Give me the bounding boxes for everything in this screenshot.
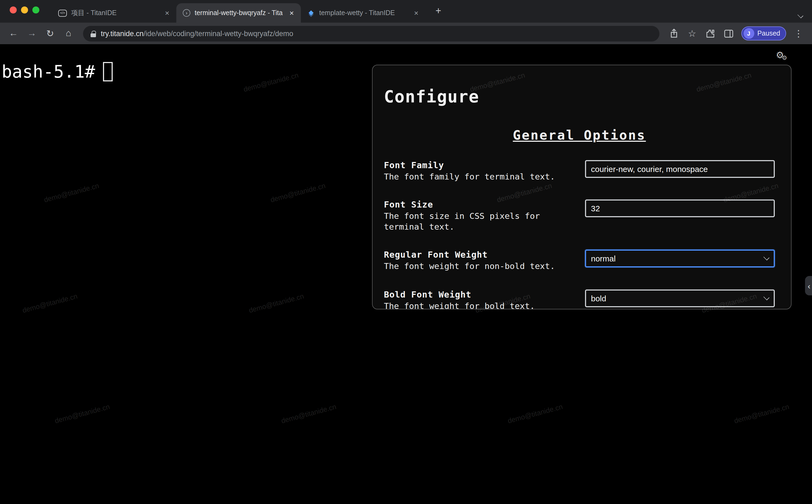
bookmark-star-icon[interactable]: ☆ — [684, 25, 700, 42]
panel-title: Configure — [384, 87, 775, 106]
tab-terminal-wetty[interactable]: terminal-wetty-bwqryafz - Tita × — [176, 3, 301, 23]
field-text: Font Family The font family for terminal… — [384, 160, 585, 182]
field-description: The font size in CSS pixels for terminal… — [384, 212, 572, 233]
regular-font-weight-select[interactable]: normal — [585, 250, 775, 267]
close-icon[interactable]: × — [288, 9, 295, 17]
tabs: 项目 - TitanIDE × terminal-wetty-bwqryafz … — [52, 3, 446, 23]
fields: Font Family The font family for terminal… — [384, 160, 775, 309]
home-button[interactable]: ⌂ — [60, 25, 77, 42]
terminal-prompt: bash-5.1# — [2, 61, 113, 82]
tab-title: terminal-wetty-bwqryafz - Tita — [195, 9, 284, 17]
field-font-size: Font Size The font size in CSS pixels fo… — [384, 200, 775, 233]
terminal-cursor — [103, 62, 113, 81]
watermark-text: demo@titanide.cn — [22, 292, 78, 314]
field-font-family: Font Family The font family for terminal… — [384, 160, 775, 182]
reload-button[interactable]: ↻ — [42, 25, 58, 42]
forward-button[interactable]: → — [24, 25, 40, 42]
section-title: General Options — [384, 128, 775, 143]
code-badge-icon — [58, 9, 67, 16]
tab-template-wetty[interactable]: template-wetty - TitanIDE × — [301, 3, 425, 23]
close-icon[interactable]: × — [412, 9, 420, 17]
paused-status-label: Paused — [757, 30, 780, 37]
watermark-text: demo@titanide.cn — [243, 71, 300, 93]
chevron-down-icon — [763, 254, 769, 260]
tab-project[interactable]: 项目 - TitanIDE × — [52, 3, 176, 23]
side-panel-icon[interactable] — [721, 25, 737, 42]
gear-small-icon: ⚙ — [782, 54, 787, 61]
watermark-text: demo@titanide.cn — [248, 292, 305, 314]
watermark-text: demo@titanide.cn — [54, 402, 111, 425]
watermark-text: demo@titanide.cn — [270, 181, 326, 204]
browser-menu-icon[interactable]: ⋮ — [790, 25, 807, 42]
prompt-text: bash-5.1# — [2, 61, 95, 82]
tab-search-chevron-icon[interactable] — [797, 13, 804, 17]
close-window-button[interactable] — [10, 6, 17, 13]
tab-title: 项目 - TitanIDE — [71, 8, 159, 18]
url-host: try.titanide.cn — [101, 29, 144, 37]
close-icon[interactable]: × — [163, 9, 171, 17]
watermark-text: demo@titanide.cn — [280, 402, 337, 425]
url-text: try.titanide.cn/ide/web/coding/terminal-… — [101, 29, 293, 37]
watermark-text: demo@titanide.cn — [43, 181, 100, 204]
watermark-text: demo@titanide.cn — [507, 402, 564, 425]
zoom-window-button[interactable] — [32, 6, 39, 13]
lock-icon[interactable] — [91, 30, 96, 37]
toolbar: ← → ↻ ⌂ try.titanide.cn/ide/web/coding/t… — [0, 23, 812, 44]
selected-value: normal — [591, 254, 616, 263]
terminal-circle-icon — [183, 9, 190, 17]
browser-window: 项目 - TitanIDE × terminal-wetty-bwqryafz … — [0, 0, 812, 504]
address-bar[interactable]: try.titanide.cn/ide/web/coding/terminal-… — [83, 26, 659, 41]
avatar: J — [743, 28, 754, 39]
field-text: Font Size The font size in CSS pixels fo… — [384, 200, 585, 233]
field-regular-font-weight: Regular Font Weight The font weight for … — [384, 250, 775, 272]
layers-icon — [307, 9, 315, 17]
traffic-lights — [10, 6, 39, 13]
field-description: The font weight for bold text. — [384, 301, 572, 309]
field-control: normal — [585, 250, 775, 267]
font-size-input[interactable] — [585, 200, 775, 218]
field-control — [585, 200, 775, 218]
field-label: Font Family — [384, 160, 572, 170]
settings-gear-icon[interactable]: ⚙⚙ — [776, 50, 789, 60]
font-family-input[interactable] — [585, 160, 775, 178]
tab-strip: 项目 - TitanIDE × terminal-wetty-bwqryafz … — [0, 0, 812, 23]
terminal-page: bash-5.1# ⚙⚙ Configure General Options F… — [0, 44, 812, 504]
new-tab-button[interactable]: + — [431, 3, 446, 18]
field-label: Regular Font Weight — [384, 250, 572, 260]
field-control — [585, 160, 775, 178]
watermark-text: demo@titanide.cn — [733, 402, 790, 425]
field-bold-font-weight: Bold Font Weight The font weight for bol… — [384, 289, 775, 309]
url-path: /ide/web/coding/terminal-wetty-bwqryafz/… — [144, 29, 293, 37]
field-text: Bold Font Weight The font weight for bol… — [384, 289, 585, 309]
field-description: The font family for terminal text. — [384, 172, 572, 182]
extensions-puzzle-icon[interactable] — [702, 25, 718, 42]
field-control: bold — [585, 289, 775, 307]
configure-panel: Configure General Options Font Family Th… — [372, 65, 792, 309]
sidebar-collapse-handle[interactable] — [805, 276, 812, 295]
field-text: Regular Font Weight The font weight for … — [384, 250, 585, 272]
back-button[interactable]: ← — [5, 25, 22, 42]
profile-paused-badge[interactable]: J Paused — [741, 26, 786, 40]
field-label: Bold Font Weight — [384, 289, 572, 299]
bold-font-weight-select[interactable]: bold — [585, 289, 775, 307]
tab-title: template-wetty - TitanIDE — [319, 9, 408, 17]
minimize-window-button[interactable] — [21, 6, 28, 13]
selected-value: bold — [591, 294, 606, 303]
field-description: The font weight for non-bold text. — [384, 261, 572, 272]
field-label: Font Size — [384, 200, 572, 210]
chevron-down-icon — [763, 294, 769, 300]
share-icon[interactable] — [666, 25, 682, 42]
